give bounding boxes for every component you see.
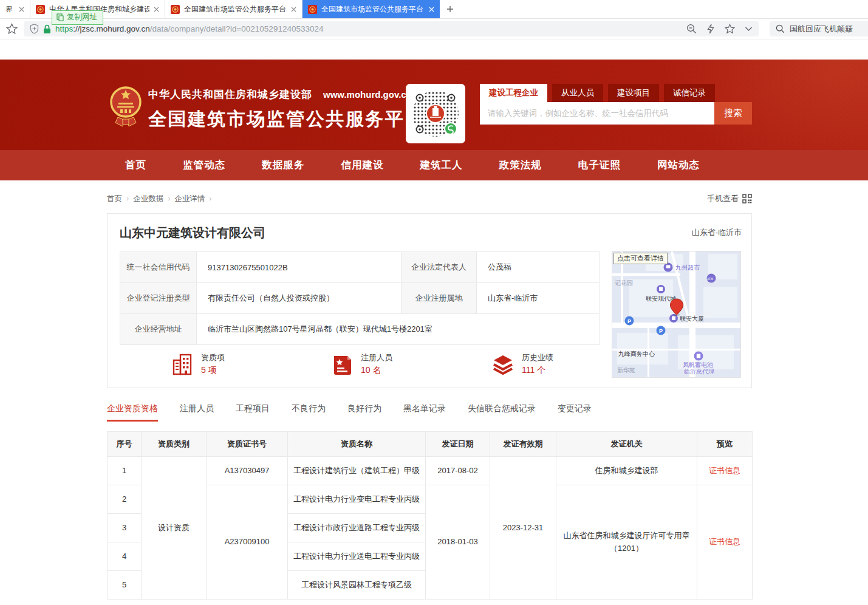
cert-no: A137030497 (207, 457, 288, 485)
nav-item-data-service[interactable]: 数据服务 (262, 159, 304, 172)
banner: 中华人民共和国住房和城乡建设部 www.mohurd.gov.cn 全国建筑市场… (0, 60, 868, 150)
tab-label: 界 (5, 4, 15, 15)
search-tab-personnel[interactable]: 从业人员 (552, 84, 603, 102)
reg-type-value: 有限责任公司（自然人投资或控股） (197, 283, 402, 314)
search-tab-enterprise[interactable]: 建设工程企业 (480, 84, 547, 102)
location-map[interactable]: 点击可查看详情 (612, 251, 741, 378)
close-icon[interactable] (19, 7, 24, 12)
nav-item-supervision[interactable]: 监管动态 (183, 159, 225, 172)
tab-projects[interactable]: 工程项目 (236, 403, 270, 422)
qual-name: 工程设计电力行业送电工程专业丙级 (288, 542, 426, 571)
search-tab-credit[interactable]: 诚信记录 (664, 84, 715, 102)
new-tab-button[interactable] (440, 0, 460, 18)
platform-title: 全国建筑市场监管公共服务平台 (148, 107, 425, 132)
tab-change-records[interactable]: 变更记录 (558, 403, 592, 422)
col-name: 资质名称 (288, 432, 426, 457)
stat-value[interactable]: 10 名 (361, 365, 392, 376)
stat-registered-personnel: 注册人员 10 名 (279, 352, 439, 376)
breadcrumb-home[interactable]: 首页 (107, 194, 122, 204)
plus-icon (446, 5, 454, 13)
map-tooltip: 点击可查看详情 (613, 253, 668, 264)
mobile-view[interactable]: 手机查看 (707, 193, 752, 204)
browser-tab-partial[interactable]: 界 (0, 0, 30, 18)
col-preview: 预览 (697, 432, 753, 457)
tab-good-behavior[interactable]: 良好行为 (347, 403, 381, 422)
url-domain: ://jzsc.mohurd.gov.cn (73, 24, 150, 33)
address-bar[interactable]: https://jzsc.mohurd.gov.cn/data/company/… (24, 21, 759, 36)
stat-value[interactable]: 111 个 (522, 365, 553, 376)
certificate-info-link[interactable]: 证书信息 (697, 485, 753, 600)
nav-item-e-license[interactable]: 电子证照 (578, 159, 621, 172)
validity-date: 2023-12-31 (490, 457, 556, 600)
tab-bad-behavior[interactable]: 不良行为 (292, 403, 326, 422)
issue-date: 2018-01-03 (426, 485, 490, 600)
stat-value[interactable]: 5 项 (201, 365, 225, 376)
chevron-down-icon[interactable] (745, 26, 753, 32)
site-search: 建设工程企业 从业人员 建设项目 诚信记录 搜索 (480, 84, 752, 125)
tab-blacklist[interactable]: 黑名单记录 (403, 403, 446, 422)
company-summary-card: 山东中元建筑设计有限公司 山东省-临沂市 统一社会信用代码 9137130267… (107, 213, 752, 388)
tab-label: 全国建筑市场监管公共服务平台 (184, 4, 287, 15)
wechat-qr-code (406, 84, 465, 143)
nav-item-policy[interactable]: 政策法规 (499, 159, 542, 172)
tab-dishonesty[interactable]: 失信联合惩戒记录 (468, 403, 536, 422)
svg-text:ATM: ATM (707, 277, 713, 281)
nav-item-workers[interactable]: 建筑工人 (420, 159, 463, 172)
svg-text:九峰商务中心: 九峰商务中心 (618, 350, 655, 357)
search-tab-project[interactable]: 建设项目 (608, 84, 659, 102)
copy-url-tooltip[interactable]: 复制网址 (52, 10, 103, 25)
nav-item-home[interactable]: 首页 (125, 159, 146, 172)
browser-tab-active[interactable]: 全国建筑市场监管公共服务平台 (302, 0, 440, 18)
tab-registered-personnel[interactable]: 注册人员 (180, 403, 214, 422)
nav-item-site-news[interactable]: 网站动态 (657, 159, 700, 172)
qual-category: 设计资质 (142, 457, 207, 600)
tab-label: 全国建筑市场监管公共服务平台 (321, 4, 425, 15)
main-content: 首页› 企业数据› 企业详情› 手机查看 山东中元建筑设计有限公司 山东省-临沂… (107, 192, 752, 600)
company-stats: 资质项 5 项 注册人员 10 名 (120, 352, 599, 376)
bookmark-star-icon[interactable] (6, 23, 18, 35)
legal-rep-label: 企业法定代表人 (402, 252, 477, 283)
col-issue-date: 发证日期 (426, 432, 490, 457)
nav-item-credit[interactable]: 信用建设 (341, 159, 383, 172)
address-value: 临沂市兰山区陶然路107号星河晶都（联安）现代城1号楼2201室 (197, 314, 600, 345)
tab-qualifications[interactable]: 企业资质资格 (107, 403, 158, 422)
stat-label: 注册人员 (361, 352, 392, 363)
breadcrumb-company-detail[interactable]: 企业详情 (174, 194, 205, 204)
page: 界 中华人民共和国住房和城乡建设 全国建筑市场监管公共服务平台 全国建筑市场监管… (0, 0, 868, 605)
search-button[interactable]: 搜索 (714, 102, 752, 125)
keyword-search-input[interactable] (480, 102, 714, 125)
col-authority: 发证机关 (556, 432, 697, 457)
url-scheme: https (55, 24, 73, 33)
layers-icon (491, 353, 514, 376)
zoom-out-icon[interactable] (686, 24, 697, 34)
shield-icon[interactable] (30, 24, 39, 34)
lightning-icon[interactable] (706, 24, 715, 34)
emblem-favicon-icon (171, 5, 180, 14)
quick-search-box[interactable]: 国航回应飞机颠簸 (770, 21, 868, 36)
close-icon[interactable] (291, 7, 296, 12)
svg-text:九州超市: 九州超市 (675, 264, 700, 271)
row-index: 3 (108, 514, 142, 542)
tab-strip: 界 中华人民共和国住房和城乡建设 全国建筑市场监管公共服务平台 全国建筑市场监管… (0, 0, 868, 19)
browser-tab-jzsc[interactable]: 全国建筑市场监管公共服务平台 (165, 0, 302, 18)
address-label: 企业经营地址 (120, 314, 197, 345)
close-icon[interactable] (154, 7, 159, 12)
issuing-authority: 山东省住房和城乡建设厅许可专用章（1201） (556, 485, 697, 600)
svg-text:临沂总代理: 临沂总代理 (684, 368, 714, 375)
close-icon[interactable] (429, 7, 434, 12)
favorite-star-icon[interactable] (725, 24, 735, 34)
national-emblem-logo (109, 84, 142, 129)
reg-type-label: 企业登记注册类型 (120, 283, 197, 314)
page-url[interactable]: https://jzsc.mohurd.gov.cn/data/company/… (55, 24, 677, 33)
svg-text:凤帆蓄电池: 凤帆蓄电池 (683, 361, 713, 368)
certificate-info-link[interactable]: 证书信息 (697, 457, 753, 485)
qual-name: 工程设计电力行业变电工程专业丙级 (288, 485, 426, 514)
breadcrumb-company-data[interactable]: 企业数据 (133, 194, 163, 204)
company-region: 山东省-临沂市 (692, 227, 742, 238)
mobile-view-label: 手机查看 (707, 193, 739, 204)
issuing-authority: 住房和城乡建设部 (556, 457, 697, 485)
brand-block: 中华人民共和国住房和城乡建设部 www.mohurd.gov.cn 全国建筑市场… (148, 87, 425, 132)
credit-code-label: 统一社会信用代码 (120, 252, 197, 283)
detail-tabs: 企业资质资格 注册人员 工程项目 不良行为 良好行为 黑名单记录 失信联合惩戒记… (107, 403, 752, 422)
table-header-row: 序号 资质类别 资质证书号 资质名称 发证日期 发证有效期 发证机关 预览 (108, 432, 753, 457)
